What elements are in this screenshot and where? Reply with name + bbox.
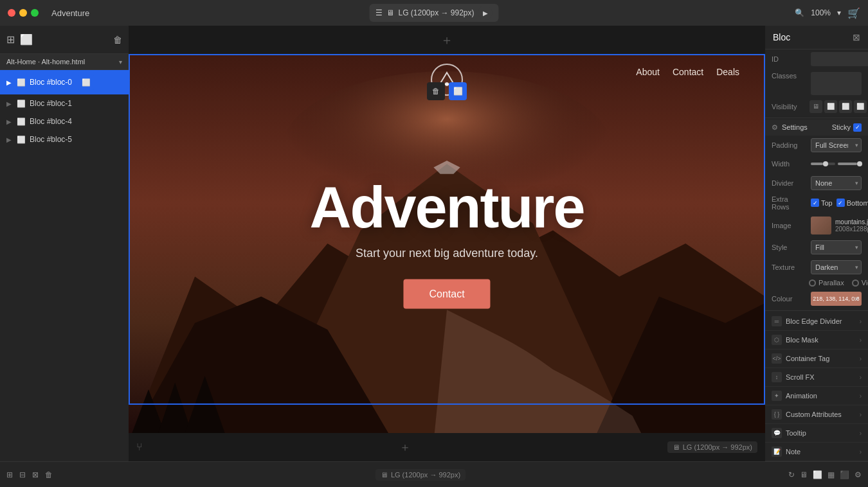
vis-desktop-icon[interactable]: 🖥 (809, 100, 822, 113)
hero-cta-button[interactable]: Contact (403, 279, 490, 309)
responsive-icon-6[interactable]: ⚙ (854, 470, 862, 479)
play-button[interactable]: ▶ (478, 6, 493, 20)
container-tag-section[interactable]: </> Container Tag › (765, 350, 868, 368)
extra-rows-top[interactable]: ✓ Top (811, 199, 833, 207)
width-slider-right[interactable] (838, 163, 862, 165)
settings-section-header[interactable]: ⚙ Settings Sticky ✓ (765, 120, 868, 136)
bloc-selected-indicator-0: ⬜ (78, 75, 94, 90)
responsive-icon-5[interactable]: ⬛ (840, 470, 849, 479)
nav-deals[interactable]: Deals (716, 67, 739, 77)
id-label: ID (772, 55, 807, 63)
responsive-icon-1[interactable]: ↻ (788, 470, 795, 479)
bloc-active-indicator[interactable]: ⬜ (449, 82, 467, 100)
texture-row: Texture Darken (765, 258, 868, 277)
tooltip-section[interactable]: 💬 Tooltip › (765, 424, 868, 443)
bloc-item-5[interactable]: ▶ ⬜ Bloc #bloc-5 (0, 130, 129, 148)
animation-section[interactable]: ✦ Animation › (765, 387, 868, 405)
scroll-fx-section[interactable]: ↕ Scroll FX › (765, 368, 868, 387)
split-col-icon[interactable]: ⊟ (19, 470, 26, 479)
add-bloc-bottom-icon[interactable]: ＋ (399, 441, 411, 453)
tooltip-label: Tooltip (786, 429, 856, 437)
titlebar: Adventure ☰ 🖥 LG (1200px → 992px) ▶ 🔍 10… (0, 0, 868, 26)
bloc-icon-4: ⬜ (17, 118, 26, 126)
custom-attributes-section[interactable]: { } Custom Attributes › (765, 405, 868, 424)
bloc-mask-icon: ⬡ (772, 335, 782, 345)
canvas-footer-right: 🖥 LG (1200px → 992px) (667, 441, 757, 453)
extra-rows-bottom[interactable]: ✓ Bottom (836, 199, 868, 207)
bloc-mask-label: Bloc Mask (786, 336, 856, 344)
search-icon[interactable]: 🔍 (795, 8, 804, 17)
vis-phone-icon[interactable]: ⬜ (854, 100, 867, 113)
parallax-toggle[interactable]: Parallax (809, 279, 844, 287)
container-tag-label: Container Tag (786, 355, 856, 362)
responsive-icon-4[interactable]: ▦ (827, 470, 835, 479)
divider-select[interactable]: None (811, 176, 862, 190)
nav-about[interactable]: About (636, 67, 660, 77)
bloc-item-1[interactable]: ▶ ⬜ Bloc #bloc-1 (0, 94, 129, 112)
bottom-check-icon: ✓ (836, 199, 845, 207)
bloc-icon-1: ⬜ (17, 100, 26, 108)
padding-label: Padding (772, 141, 807, 149)
file-selector[interactable]: Alt-Home · Alt-home.html ▾ (0, 54, 129, 70)
top-label: Top (821, 199, 833, 207)
chevron-down-icon[interactable]: ▾ (837, 8, 841, 17)
nav-contact[interactable]: Contact (673, 67, 703, 77)
bloc-label-4: Bloc #bloc-4 (30, 117, 72, 126)
right-panel-title: Bloc (773, 32, 790, 42)
padding-select[interactable]: Full Screen (811, 138, 862, 152)
scroll-fx-label: Scroll FX (786, 373, 856, 381)
cart-icon[interactable]: 🛒 (847, 7, 860, 19)
delete-icon[interactable]: 🗑 (113, 35, 122, 45)
id-input[interactable] (811, 52, 868, 66)
image-preview[interactable] (811, 217, 831, 235)
style-select[interactable]: Fill (811, 240, 862, 254)
classes-label: Classes (772, 72, 807, 80)
colour-clear-icon[interactable]: ✕ (854, 296, 859, 303)
note-section[interactable]: 📝 Note › (765, 443, 868, 461)
minimize-button[interactable] (19, 9, 27, 17)
monitor-bottom-icon: 🖥 (381, 471, 388, 479)
sticky-checkbox[interactable]: Sticky ✓ (832, 123, 862, 132)
colour-swatch[interactable]: 218, 138, 114, 0.8 ✕ (811, 292, 862, 306)
titlebar-center: ☰ 🖥 LG (1200px → 992px) ▶ (369, 4, 498, 22)
image-filename: mountains.jpg (835, 218, 868, 226)
classes-row: Classes (765, 69, 868, 96)
video-toggle[interactable]: Video (852, 279, 868, 287)
canvas-size-badge[interactable]: 🖥 LG (1200px → 992px) (667, 441, 757, 453)
add-row-icon[interactable]: ⊞ (6, 470, 13, 479)
note-label: Note (786, 448, 856, 456)
canvas-footer-center: ＋ (399, 441, 411, 453)
layers-icon[interactable]: ⊞ (6, 33, 15, 46)
width-slider-left[interactable] (811, 163, 835, 165)
bottom-size-badge[interactable]: 🖥 LG (1200px → 992px) (375, 469, 466, 481)
video-label: Video (862, 279, 868, 287)
width-label: Width (772, 160, 807, 168)
vis-tablet-sm-icon[interactable]: ⬜ (839, 100, 852, 113)
id-row: ID (765, 49, 868, 69)
trash-bottom-icon[interactable]: 🗑 (45, 470, 53, 479)
style-label: Style (772, 244, 807, 251)
fork-down-icon: ⑂ (136, 441, 143, 453)
texture-select[interactable]: Darken (811, 260, 862, 274)
texture-label: Texture (772, 263, 807, 271)
viewport-selector[interactable]: ☰ 🖥 LG (1200px → 992px) ▶ (369, 4, 498, 22)
vis-tablet-icon[interactable]: ⬜ (824, 100, 837, 113)
settings-label: Settings (782, 123, 828, 131)
bloc-edge-divider-section[interactable]: ═ Bloc Edge Divider › (765, 312, 868, 331)
scroll-fx-arrow: › (860, 374, 862, 381)
responsive-icon-3[interactable]: ⬜ (813, 470, 822, 479)
bloc-item-0[interactable]: ▶ ⬜ Bloc #bloc-0 ⬜ (0, 70, 129, 94)
page-icon[interactable]: ⬜ (20, 33, 33, 46)
merge-col-icon[interactable]: ⊠ (32, 470, 39, 479)
bloc-item-4[interactable]: ▶ ⬜ Bloc #bloc-4 (0, 112, 129, 130)
bottom-toolbar-left: ⊞ ⊟ ⊠ 🗑 (6, 470, 53, 479)
bloc-mask-section[interactable]: ⬡ Bloc Mask › (765, 331, 868, 350)
fullscreen-button[interactable] (31, 9, 39, 17)
responsive-icon-2[interactable]: 🖥 (800, 470, 808, 479)
right-panel-close-icon[interactable]: ⊠ (853, 32, 860, 42)
close-button[interactable] (8, 9, 15, 17)
video-radio (852, 279, 859, 287)
classes-input[interactable] (811, 72, 862, 95)
add-bloc-top-button[interactable]: ＋ (440, 31, 453, 49)
delete-bloc-button[interactable]: 🗑 (427, 82, 445, 100)
